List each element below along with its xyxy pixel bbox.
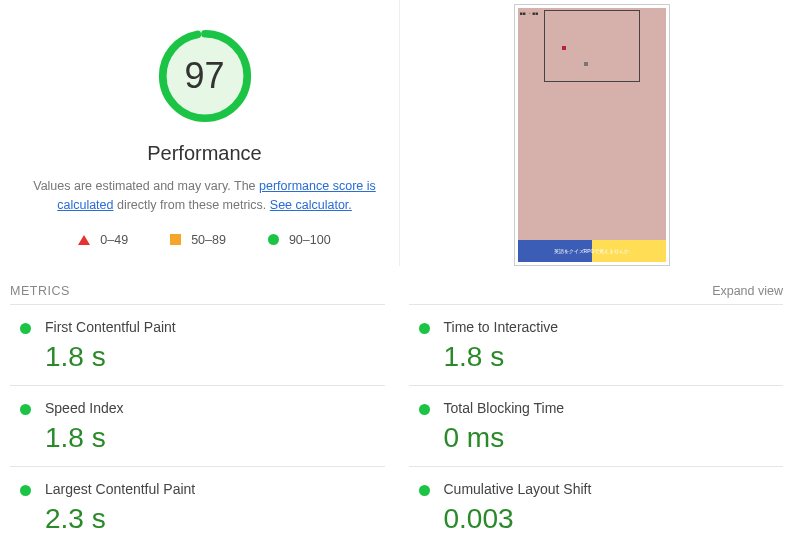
metrics-section-title: METRICS xyxy=(10,284,70,298)
circle-icon xyxy=(268,234,279,245)
thumb-text: ■■ ・■■ xyxy=(520,10,538,16)
score-legend: 0–49 50–89 90–100 xyxy=(10,233,399,247)
circle-icon xyxy=(20,323,31,334)
metric-tbt: Total Blocking Time 0 ms xyxy=(409,385,784,466)
metric-value: 0 ms xyxy=(444,422,784,454)
metric-label: Total Blocking Time xyxy=(444,400,784,416)
metric-value: 1.8 s xyxy=(45,422,385,454)
performance-note: Values are estimated and may vary. The p… xyxy=(10,177,399,215)
page-screenshot-thumbnail: ■■ ・■■ 英語をクイズRPGで覚えませんか xyxy=(514,4,670,266)
metric-cls: Cumulative Layout Shift 0.003 xyxy=(409,466,784,535)
square-icon xyxy=(170,234,181,245)
legend-range: 90–100 xyxy=(289,233,331,247)
circle-icon xyxy=(419,485,430,496)
metric-label: Speed Index xyxy=(45,400,385,416)
legend-fail: 0–49 xyxy=(78,233,128,247)
metric-label: Largest Contentful Paint xyxy=(45,481,385,497)
metrics-grid: First Contentful Paint 1.8 s Time to Int… xyxy=(0,304,793,535)
metric-value: 0.003 xyxy=(444,503,784,535)
circle-icon xyxy=(419,404,430,415)
legend-range: 50–89 xyxy=(191,233,226,247)
metric-value: 2.3 s xyxy=(45,503,385,535)
legend-range: 0–49 xyxy=(100,233,128,247)
expand-view-toggle[interactable]: Expand view xyxy=(712,284,783,298)
metric-label: Time to Interactive xyxy=(444,319,784,335)
metric-si: Speed Index 1.8 s xyxy=(10,385,385,466)
metric-tti: Time to Interactive 1.8 s xyxy=(409,304,784,385)
performance-gauge: 97 xyxy=(157,28,253,124)
legend-pass: 90–100 xyxy=(268,233,331,247)
note-text: Values are estimated and may vary. The xyxy=(33,179,259,193)
metric-label: Cumulative Layout Shift xyxy=(444,481,784,497)
note-text: directly from these metrics. xyxy=(114,198,270,212)
metric-label: First Contentful Paint xyxy=(45,319,385,335)
triangle-icon xyxy=(78,235,90,245)
performance-title: Performance xyxy=(10,142,399,165)
metric-lcp: Largest Contentful Paint 2.3 s xyxy=(10,466,385,535)
thumb-mark xyxy=(584,62,588,66)
metric-fcp: First Contentful Paint 1.8 s xyxy=(10,304,385,385)
thumb-mark xyxy=(562,46,566,50)
performance-score: 97 xyxy=(157,28,253,124)
performance-summary: 97 Performance Values are estimated and … xyxy=(10,0,400,266)
circle-icon xyxy=(20,485,31,496)
legend-average: 50–89 xyxy=(170,233,226,247)
thumb-ad-banner: 英語をクイズRPGで覚えませんか xyxy=(518,240,666,262)
metric-value: 1.8 s xyxy=(444,341,784,373)
metric-value: 1.8 s xyxy=(45,341,385,373)
banner-text: 英語をクイズRPGで覚えませんか xyxy=(554,248,630,254)
see-calculator-link[interactable]: See calculator. xyxy=(270,198,352,212)
circle-icon xyxy=(419,323,430,334)
circle-icon xyxy=(20,404,31,415)
thumb-frame xyxy=(544,10,640,82)
